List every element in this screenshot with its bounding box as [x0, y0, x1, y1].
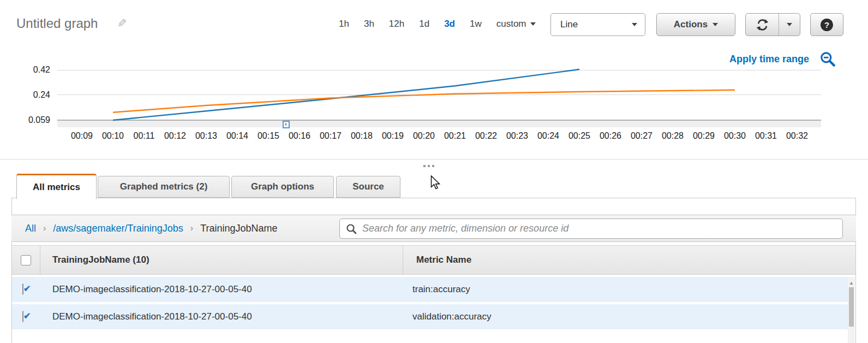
breadcrumb-separator: › — [43, 223, 46, 233]
select-all-checkbox[interactable] — [21, 255, 31, 265]
gridline — [57, 94, 821, 95]
refresh-split-button — [745, 13, 800, 36]
time-range-1h[interactable]: 1h — [339, 19, 349, 29]
x-tick-label: 00:29 — [689, 131, 719, 141]
breadcrumb: All › /aws/sagemaker/TrainingJobs › Trai… — [25, 215, 278, 241]
row-job-name: DEMO-imageclassification-2018-10-27-00-0… — [52, 304, 252, 329]
edit-title-pencil-icon[interactable]: ✎ — [117, 17, 127, 30]
chevron-down-icon — [632, 23, 637, 26]
time-range-3d[interactable]: 3d — [444, 19, 455, 29]
x-tick-label: 00:11 — [129, 131, 159, 141]
metrics-toolbar: All › /aws/sagemaker/TrainingJobs › Trai… — [11, 215, 856, 242]
column-header-trainingjobname: TrainingJobName (10) — [52, 246, 149, 274]
column-divider — [403, 246, 403, 274]
x-tick-label: 00:23 — [502, 131, 532, 141]
x-tick-label: 00:30 — [720, 131, 750, 141]
metric-search-input[interactable] — [361, 222, 837, 235]
metric-search-box — [339, 218, 843, 239]
search-icon — [346, 223, 357, 234]
scrollbar-thumb[interactable] — [849, 287, 854, 327]
breadcrumb-all[interactable]: All — [25, 223, 36, 234]
x-tick-label: 00:28 — [657, 131, 688, 141]
x-tick-label: 00:31 — [751, 131, 781, 141]
actions-button[interactable]: Actions — [656, 13, 735, 36]
mouse-cursor — [430, 175, 441, 191]
chart-drag-handle[interactable] — [283, 121, 290, 128]
x-tick-label: 00:32 — [782, 131, 812, 141]
time-range-1d[interactable]: 1d — [419, 19, 429, 29]
chevron-down-icon — [530, 22, 536, 26]
table-header-row: TrainingJobName (10) Metric Name — [12, 245, 855, 275]
row-checkbox[interactable] — [22, 283, 23, 295]
row-metric-name: train:accuracy — [412, 277, 470, 302]
chevron-down-icon — [713, 23, 718, 26]
x-tick-label: 00:12 — [160, 131, 190, 141]
x-tick-label: 00:15 — [253, 131, 284, 141]
x-tick-label: 00:09 — [67, 131, 97, 141]
table-row[interactable]: DEMO-imageclassification-2018-10-27-00-0… — [12, 304, 848, 329]
x-tick-label: 00:24 — [533, 131, 564, 141]
y-tick-label: 0.42 — [10, 65, 50, 75]
cloudwatch-graph-page: Untitled graph ✎ 1h 3h 12h 1d 3d 1w cust… — [0, 0, 868, 343]
chart-type-select[interactable]: Line — [550, 13, 645, 36]
gridline — [57, 70, 821, 70]
section-divider — [0, 159, 868, 159]
table-row[interactable]: DEMO-imageclassification-2018-10-27-00-0… — [12, 277, 848, 302]
refresh-button[interactable] — [746, 14, 779, 36]
x-tick-label: 00:21 — [440, 131, 470, 141]
tab-graphed-metrics[interactable]: Graphed metrics (2) — [98, 176, 230, 198]
x-tick-label: 00:19 — [378, 131, 408, 141]
time-range-custom[interactable]: custom — [496, 19, 536, 29]
breadcrumb-namespace[interactable]: /aws/sagemaker/TrainingJobs — [53, 223, 183, 234]
scrollbar-up-arrow[interactable]: ▲ — [848, 280, 855, 286]
y-tick-label: 0.24 — [10, 90, 50, 100]
row-checkbox[interactable] — [22, 311, 23, 322]
refresh-options-button[interactable] — [779, 14, 800, 36]
series-line-validation:accuracy — [113, 90, 735, 113]
header-checkbox-cell — [12, 246, 40, 274]
breadcrumb-separator: › — [190, 223, 193, 233]
y-tick-label: 0.059 — [10, 115, 50, 125]
row-metric-name: validation:accuracy — [412, 304, 492, 329]
zoom-out-icon[interactable] — [819, 50, 837, 69]
column-header-metric-name: Metric Name — [416, 246, 471, 274]
refresh-icon — [756, 18, 769, 32]
tab-graph-options[interactable]: Graph options — [231, 176, 334, 198]
apply-time-range-link[interactable]: Apply time range — [696, 54, 809, 65]
table-scrollbar[interactable]: ▲ — [848, 277, 855, 343]
tab-source[interactable]: Source — [336, 176, 400, 198]
x-tick-label: 00:14 — [222, 131, 253, 141]
help-icon: ? — [821, 19, 833, 31]
time-range-selector: 1h 3h 12h 1d 3d 1w custom — [339, 19, 536, 29]
chart-type-value: Line — [560, 19, 578, 30]
metrics-panel: All › /aws/sagemaker/TrainingJobs › Trai… — [11, 198, 856, 343]
x-tick-label: 00:16 — [284, 131, 315, 141]
time-range-1w[interactable]: 1w — [470, 19, 482, 29]
x-tick-label: 00:22 — [471, 131, 501, 141]
breadcrumb-dimension: TrainingJobName — [200, 223, 277, 234]
x-tick-label: 00:25 — [564, 131, 595, 141]
x-tick-label: 00:27 — [626, 131, 657, 141]
time-range-12h[interactable]: 12h — [389, 19, 404, 29]
x-axis-band — [57, 121, 821, 127]
panel-resize-handle[interactable] — [423, 165, 434, 167]
x-tick-label: 00:17 — [315, 131, 346, 141]
x-tick-label: 00:26 — [595, 131, 626, 141]
x-tick-label: 00:18 — [346, 131, 377, 141]
time-range-3h[interactable]: 3h — [364, 19, 374, 29]
chevron-down-icon — [787, 23, 792, 26]
x-tick-label: 00:13 — [191, 131, 222, 141]
tab-all-metrics[interactable]: All metrics — [16, 174, 97, 199]
help-button[interactable]: ? — [810, 13, 843, 36]
row-job-name: DEMO-imageclassification-2018-10-27-00-0… — [52, 277, 252, 302]
page-title: Untitled graph — [16, 16, 98, 31]
x-tick-label: 00:20 — [409, 131, 439, 141]
x-tick-label: 00:10 — [98, 131, 128, 141]
